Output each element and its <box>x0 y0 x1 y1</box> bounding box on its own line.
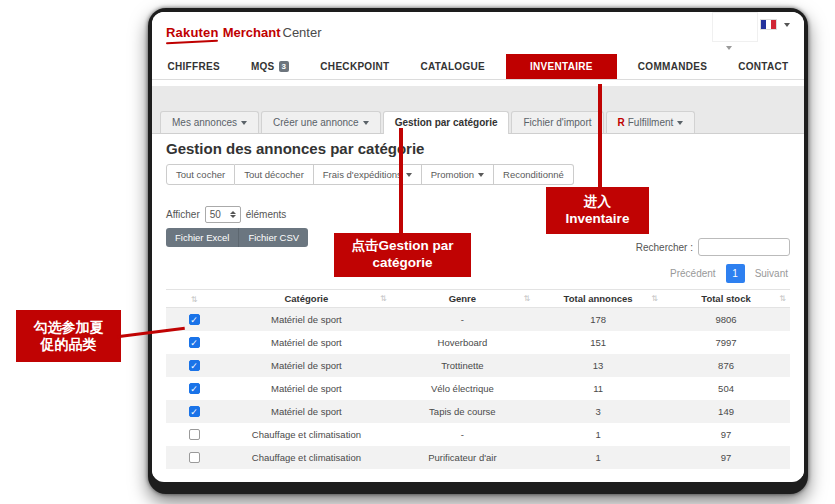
pagination-current-page[interactable]: 1 <box>726 264 745 283</box>
column-label: Total annonces <box>564 293 633 304</box>
table-row: Chauffage et climatisation - 1 97 <box>166 423 790 446</box>
pagination: Précédent 1 Suivant <box>668 264 790 283</box>
page-length-select[interactable]: 50 <box>205 206 241 223</box>
nav-label: MQS <box>251 61 275 72</box>
sort-icon: ⇅ <box>651 294 658 303</box>
cell-total-annonces: 151 <box>534 331 662 354</box>
annotation-text: 进入 <box>546 194 649 211</box>
row-checkbox[interactable] <box>189 452 200 463</box>
row-checkbox[interactable] <box>189 360 200 371</box>
cell-genre: Tapis de course <box>391 400 535 423</box>
cell-total-annonces: 3 <box>534 400 662 423</box>
annotation-text: catégorie <box>334 255 471 272</box>
column-header-genre[interactable]: Genre⇅ <box>391 290 535 308</box>
pagination-previous[interactable]: Précédent <box>668 265 718 282</box>
pagination-next[interactable]: Suivant <box>753 265 790 282</box>
cell-total-annonces: 178 <box>534 308 662 331</box>
nav-item-catalogue[interactable]: CATALOGUE <box>410 54 495 79</box>
logo-center: Center <box>283 25 322 40</box>
page-length-control: Afficher 50 éléments <box>166 206 286 223</box>
logo-rakuten: Rakuten <box>166 25 219 40</box>
tab-fichier-import[interactable]: Fichier d'import <box>511 111 603 133</box>
column-label: Genre <box>449 293 476 304</box>
nav-item-checkpoint[interactable]: CHECKPOINT <box>310 54 399 79</box>
search-input[interactable] <box>698 238 790 256</box>
button-label: Fichier CSV <box>248 232 299 243</box>
check-all-button[interactable]: Tout cocher <box>166 164 235 185</box>
nav-item-inventaire[interactable]: INVENTAIRE <box>506 54 617 79</box>
search-label: Rechercher : <box>636 242 693 253</box>
column-label: Catégorie <box>284 293 328 304</box>
cell-total-stock: 149 <box>662 400 790 423</box>
tab-label: Fulfillment <box>628 117 674 128</box>
cell-total-stock: 7997 <box>662 331 790 354</box>
tab-mes-annonces[interactable]: Mes annonces <box>160 111 259 133</box>
cell-genre: - <box>391 423 535 446</box>
cell-total-stock: 876 <box>662 354 790 377</box>
nav-label: CATALOGUE <box>420 61 485 72</box>
french-flag-icon <box>760 19 777 30</box>
column-header-select[interactable]: ⇅ <box>166 290 222 308</box>
cell-total-stock: 9806 <box>662 308 790 331</box>
spinner-icon <box>230 211 236 218</box>
cell-total-annonces: 13 <box>534 354 662 377</box>
cell-categorie: Matériel de sport <box>222 354 390 377</box>
elements-label: éléments <box>246 209 287 220</box>
app-header: RakutenMerchantCenter <box>152 12 804 54</box>
nav-label: CONTACT <box>738 61 788 72</box>
category-table: ⇅ Catégorie⇅ Genre⇅ Total annonces⇅ Tota… <box>166 289 790 469</box>
cell-categorie: Matériel de sport <box>222 377 390 400</box>
uncheck-all-button[interactable]: Tout décocher <box>235 164 314 185</box>
annotation-line-category <box>399 128 403 235</box>
page-title: Gestion des annonces par catégorie <box>166 140 424 157</box>
row-checkbox[interactable] <box>189 314 200 325</box>
reconditioned-button[interactable]: Reconditionné <box>494 164 574 185</box>
cell-total-stock: 97 <box>662 423 790 446</box>
nav-item-chiffres[interactable]: CHIFFRES <box>158 54 230 79</box>
table-row: Matériel de sport Trottinette 13 876 <box>166 354 790 377</box>
tab-label: Fichier d'import <box>523 117 591 128</box>
row-checkbox[interactable] <box>189 429 200 440</box>
cell-categorie: Chauffage et climatisation <box>222 446 390 469</box>
nav-label: INVENTAIRE <box>530 61 593 72</box>
export-csv-button[interactable]: Fichier CSV <box>239 228 308 247</box>
chevron-down-icon[interactable] <box>726 46 732 50</box>
page-length-value: 50 <box>210 209 221 220</box>
tab-label: Créer une annonce <box>273 117 359 128</box>
cell-categorie: Matériel de sport <box>222 400 390 423</box>
column-header-total-stock[interactable]: Total stock⇅ <box>662 290 790 308</box>
language-selector[interactable] <box>760 19 790 30</box>
chevron-down-icon <box>784 23 790 27</box>
cell-total-stock: 97 <box>662 446 790 469</box>
cell-categorie: Chauffage et climatisation <box>222 423 390 446</box>
cell-genre: Trottinette <box>391 354 535 377</box>
row-checkbox[interactable] <box>189 383 200 394</box>
nav-item-commandes[interactable]: COMMANDES <box>628 54 717 79</box>
annotation-text: Inventaire <box>546 211 649 228</box>
promotion-dropdown[interactable]: Promotion <box>422 164 494 185</box>
mqs-count-badge: 3 <box>279 61 290 72</box>
tab-creer-une-annonce[interactable]: Créer une annonce <box>261 111 381 133</box>
nav-item-contact[interactable]: CONTACT <box>728 54 798 79</box>
button-label: Fichier Excel <box>175 232 229 243</box>
nav-item-mqs[interactable]: MQS3 <box>241 54 299 79</box>
column-header-total-annonces[interactable]: Total annonces⇅ <box>534 290 662 308</box>
nav-label: CHECKPOINT <box>320 61 389 72</box>
row-checkbox[interactable] <box>189 337 200 348</box>
sort-icon: ⇅ <box>523 294 530 303</box>
table-row: Matériel de sport Hoverboard 151 7997 <box>166 331 790 354</box>
sort-icon: ⇅ <box>779 294 786 303</box>
app-window: RakutenMerchantCenter CHIFFRES MQS3 CHEC… <box>148 8 808 494</box>
column-header-categorie[interactable]: Catégorie⇅ <box>222 290 390 308</box>
account-dropdown[interactable] <box>712 12 758 42</box>
cell-total-annonces: 1 <box>534 423 662 446</box>
cell-genre: - <box>391 308 535 331</box>
tab-fulfillment[interactable]: RFulfillment <box>606 111 696 133</box>
chevron-down-icon <box>241 121 247 125</box>
button-label: Tout décocher <box>244 169 304 180</box>
annotation-text: 勾选参加夏 <box>16 319 121 337</box>
export-excel-button[interactable]: Fichier Excel <box>166 228 239 247</box>
cell-total-annonces: 11 <box>534 377 662 400</box>
row-checkbox[interactable] <box>189 406 200 417</box>
shipping-fees-dropdown[interactable]: Frais d'expéditions <box>314 164 422 185</box>
